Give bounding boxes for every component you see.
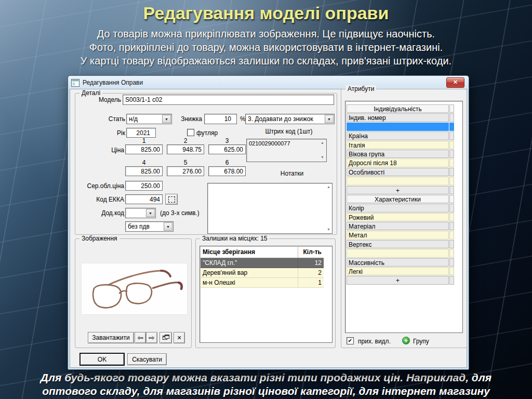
attribute-stub-cell[interactable] [449, 150, 454, 158]
attribute-cell[interactable]: Вертекс [347, 240, 449, 248]
scroll-up-icon[interactable]: ▲ [321, 141, 324, 144]
attribute-stub-cell[interactable] [449, 113, 454, 122]
attribute-stub-cell[interactable] [449, 123, 454, 131]
ekka-lookup-button[interactable] [165, 194, 178, 205]
discount-mode-combobox[interactable]: 3. Додавати до знижок ▼ [245, 114, 335, 124]
close-button[interactable]: ✕ [446, 77, 464, 88]
attribute-stub-cell[interactable] [449, 141, 454, 149]
vat-combobox[interactable]: без пдв ▼ [125, 221, 174, 232]
attribute-row[interactable]: Дорослі після 18 [347, 158, 462, 167]
attribute-row[interactable]: Індивідуальність [347, 104, 462, 113]
attribute-stub-cell[interactable] [449, 213, 454, 221]
attribute-cell[interactable]: Характеристики [347, 195, 449, 203]
attribute-row[interactable] [347, 177, 462, 185]
price-input-1[interactable]: 825.00 [125, 144, 163, 154]
attribute-stub-cell[interactable] [449, 240, 454, 248]
stock-table-row[interactable]: м-н Олешкі 1 [201, 278, 324, 288]
price-input-2[interactable]: 948.75 [167, 144, 204, 154]
year-input[interactable]: 2021 [126, 128, 156, 138]
attribute-row[interactable]: Матеріал [347, 222, 462, 230]
attribute-row[interactable]: Рожевий [347, 213, 462, 221]
barcode-listbox[interactable]: 0210029000077 [246, 139, 327, 162]
attribute-row[interactable]: Массивність [347, 258, 462, 267]
add-group-icon[interactable]: + [402, 337, 410, 344]
attribute-stub-cell[interactable] [449, 231, 454, 239]
add-group-label[interactable]: Групу [413, 338, 429, 345]
case-checkbox[interactable] [187, 129, 194, 136]
stock-table-row[interactable]: "СКЛАД гл." 12 [201, 258, 324, 268]
attribute-cell[interactable]: Рожевий [347, 213, 449, 221]
attribute-stub-cell[interactable] [449, 186, 454, 194]
notes-textarea[interactable] [207, 183, 332, 234]
attribute-stub-cell[interactable] [449, 177, 454, 185]
attribute-stub-cell[interactable] [449, 158, 454, 167]
stock-col-place[interactable]: Місце зберігання [201, 247, 298, 258]
next-image-button[interactable]: ⇨ [146, 332, 157, 343]
stock-qty-cell[interactable]: 1 [298, 278, 324, 287]
price-input-5[interactable]: 276.00 [167, 166, 204, 176]
attribute-row[interactable]: Характеристики [347, 195, 462, 203]
stock-place-cell[interactable]: Дерев'яний вар [201, 268, 298, 277]
avg-price-input[interactable]: 250.00 [125, 181, 163, 191]
attribute-row[interactable]: Легкі [347, 267, 462, 275]
attribute-stub-cell[interactable] [449, 249, 454, 257]
stock-place-cell[interactable]: м-н Олешкі [201, 278, 298, 287]
chevron-down-icon[interactable]: ▼ [325, 115, 334, 123]
attribute-stub-cell[interactable] [449, 276, 454, 284]
stock-table-row[interactable]: Дерев'яний вар 2 [201, 268, 324, 278]
attribute-cell[interactable] [347, 177, 449, 185]
attribute-cell[interactable]: Індив. номер [347, 113, 449, 122]
dod-code-combobox[interactable]: ▼ [125, 208, 156, 218]
attribute-stub-cell[interactable] [449, 195, 454, 203]
hidden-items-checkbox[interactable]: ✔ [347, 337, 354, 344]
attribute-cell[interactable]: Матеріал [347, 222, 449, 230]
gender-combobox[interactable]: н/д ▼ [126, 114, 172, 124]
attribute-cell[interactable] [347, 123, 449, 131]
attribute-row[interactable] [347, 249, 462, 257]
attribute-stub-cell[interactable] [449, 131, 454, 140]
chevron-down-icon[interactable]: ▼ [164, 222, 172, 231]
attribute-cell[interactable]: Особливості [347, 168, 449, 176]
attribute-cell[interactable]: Індивідуальність [347, 104, 449, 113]
attribute-stub-cell[interactable] [449, 267, 454, 275]
copy-image-button[interactable] [159, 332, 172, 343]
attribute-cell[interactable]: Дорослі після 18 [347, 158, 449, 167]
dialog-titlebar[interactable]: Редагування Оправи [71, 78, 143, 87]
attribute-row[interactable]: Колір [347, 204, 462, 212]
attribute-row[interactable]: Метал [347, 231, 462, 239]
chevron-down-icon[interactable]: ▼ [146, 209, 155, 217]
attribute-stub-cell[interactable] [449, 168, 454, 176]
attribute-stub-cell[interactable] [449, 258, 454, 267]
price-input-6[interactable]: 678.00 [208, 166, 246, 176]
attribute-cell[interactable]: Колір [347, 204, 449, 212]
attribute-stub-cell[interactable] [449, 104, 454, 113]
attribute-stub-cell[interactable] [449, 222, 454, 230]
attribute-cell[interactable]: + [347, 276, 449, 284]
discount-input[interactable]: 10 [204, 114, 237, 124]
attribute-row[interactable]: Країна [347, 131, 462, 140]
attribute-row[interactable]: + [347, 186, 462, 194]
stock-table-header[interactable]: Місце зберігання Кіл-ть [201, 247, 324, 258]
stock-qty-cell[interactable]: 12 [298, 258, 324, 268]
attribute-row[interactable]: Італія [347, 141, 462, 149]
attribute-cell[interactable]: + [347, 186, 449, 194]
upload-button[interactable]: Завантажити [88, 332, 134, 343]
attribute-row[interactable]: + [347, 276, 462, 284]
attribute-cell[interactable]: Вікова група [347, 150, 449, 158]
scroll-up-icon[interactable]: ▲ [327, 185, 330, 189]
model-input[interactable]: S003/1-1 c02 [123, 95, 334, 105]
scroll-down-icon[interactable]: ▼ [321, 155, 324, 159]
attribute-row[interactable]: Особливості [347, 168, 462, 176]
stock-qty-cell[interactable]: 2 [298, 268, 324, 277]
stock-col-qty[interactable]: Кіл-ть [298, 247, 324, 258]
scroll-down-icon[interactable]: ▼ [327, 228, 330, 231]
attribute-cell[interactable]: Метал [347, 231, 449, 239]
ekka-input[interactable]: 494 [125, 194, 163, 204]
attribute-row[interactable]: Індив. номер [347, 113, 462, 122]
cancel-button[interactable]: Скасувати [127, 353, 167, 365]
attribute-stub-cell[interactable] [449, 204, 454, 212]
attribute-cell[interactable]: Легкі [347, 267, 449, 275]
chevron-down-icon[interactable]: ▼ [162, 115, 171, 123]
price-input-4[interactable]: 825.00 [125, 166, 163, 176]
prev-image-button[interactable]: ⇦ [135, 332, 146, 343]
